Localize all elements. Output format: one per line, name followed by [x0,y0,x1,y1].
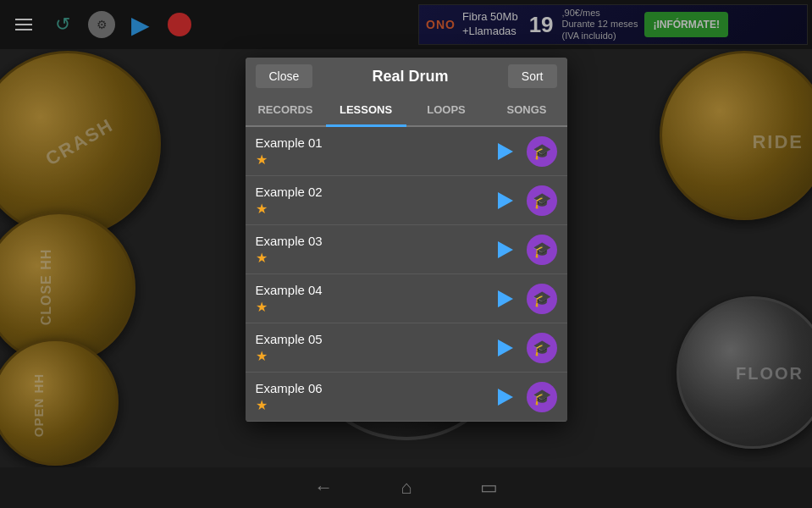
item-star: ★ [256,152,491,168]
play-triangle-icon [498,143,513,160]
list-item-info: Example 02 ★ [256,185,491,217]
tab-songs[interactable]: SONGS [487,95,567,127]
list-item-info: Example 03 ★ [256,234,491,266]
item-star: ★ [256,348,491,364]
item-actions: 🎓 [491,382,557,412]
item-star: ★ [256,250,491,266]
play-item-button[interactable] [491,383,520,411]
list-item: Example 02 ★ 🎓 [246,176,567,225]
modal-header: Close Real Drum Sort [246,58,567,95]
item-star: ★ [256,397,491,413]
play-triangle-icon [498,192,513,209]
lesson-button[interactable]: 🎓 [527,284,557,314]
modal-title: Real Drum [312,68,508,86]
play-triangle-icon [498,340,513,356]
list-item: Example 03 ★ 🎓 [246,225,567,274]
list-item-info: Example 05 ★ [256,332,491,364]
item-star: ★ [256,201,491,217]
play-triangle-icon [498,389,513,406]
play-triangle-icon [498,290,513,307]
item-name: Example 05 [256,332,491,346]
play-item-button[interactable] [491,137,520,166]
tab-loops[interactable]: LOOPS [406,95,487,127]
sort-button[interactable]: Sort [508,64,557,88]
list-item-info: Example 01 ★ [256,135,491,168]
close-button[interactable]: Close [256,64,313,88]
list-item: Example 04 ★ 🎓 [246,274,567,323]
lesson-button[interactable]: 🎓 [527,136,557,167]
play-triangle-icon [498,241,513,258]
lesson-button[interactable]: 🎓 [527,185,557,216]
tab-records[interactable]: RECORDS [246,95,326,127]
modal-list: Example 01 ★ 🎓 Example 02 ★ [246,127,567,422]
play-item-button[interactable] [491,334,520,362]
play-item-button[interactable] [491,235,520,264]
list-item-info: Example 04 ★ [256,283,491,315]
lesson-button[interactable]: 🎓 [527,235,557,265]
modal-overlay: Close Real Drum Sort RECORDS LESSONS LOO… [0,0,812,508]
item-name: Example 06 [256,381,491,395]
item-actions: 🎓 [491,284,557,314]
modal-dialog: Close Real Drum Sort RECORDS LESSONS LOO… [246,58,567,422]
item-name: Example 04 [256,283,491,297]
item-actions: 🎓 [491,333,557,363]
list-item-info: Example 06 ★ [256,381,491,413]
item-name: Example 01 [256,135,491,150]
list-item: Example 01 ★ 🎓 [246,127,567,176]
play-item-button[interactable] [491,186,520,215]
item-star: ★ [256,299,491,315]
play-item-button[interactable] [491,284,520,313]
item-actions: 🎓 [491,235,557,265]
lesson-button[interactable]: 🎓 [527,333,557,363]
lesson-button[interactable]: 🎓 [527,382,557,412]
item-name: Example 02 [256,185,491,199]
item-actions: 🎓 [491,185,557,216]
item-name: Example 03 [256,234,491,248]
item-actions: 🎓 [491,136,557,167]
list-item: Example 06 ★ 🎓 [246,373,567,422]
list-item: Example 05 ★ 🎓 [246,323,567,373]
tab-lessons[interactable]: LESSONS [326,95,406,127]
modal-tabs: RECORDS LESSONS LOOPS SONGS [246,95,567,127]
